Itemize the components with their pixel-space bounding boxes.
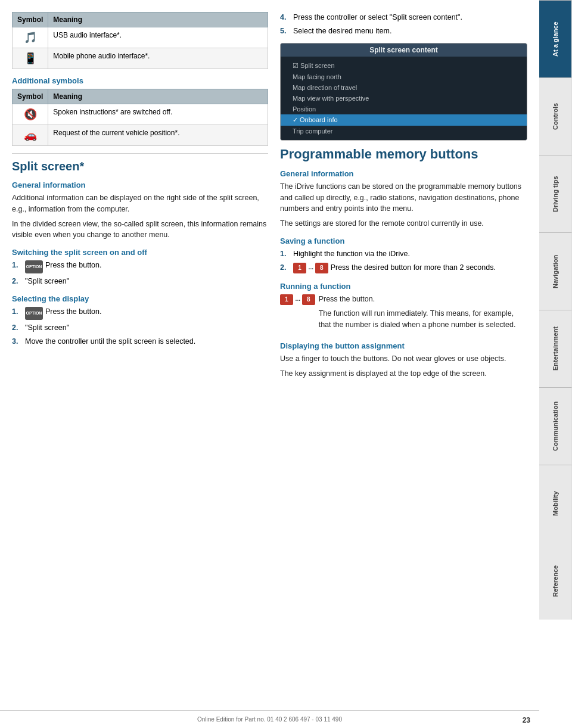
meaning-cell: Spoken instructions* are switched off.	[48, 104, 268, 125]
list-item: 4. Press the controller or select "Split…	[280, 12, 527, 23]
step-text: Press the desired button for more than 2…	[331, 262, 496, 273]
running-btn-1: 1	[280, 294, 293, 305]
memory-button-icons: 1 ··· 8	[293, 262, 328, 275]
list-item: 1. Highlight the function via the iDrive…	[280, 248, 527, 260]
sidebar-tab-driving-tips[interactable]: Driving tips	[539, 155, 572, 232]
running-heading: Running a function	[280, 282, 527, 291]
sidebar-tab-entertainment[interactable]: Entertainment	[539, 310, 572, 387]
general-info-heading-right: General information	[280, 169, 527, 178]
list-item: 3. Move the controller until the split s…	[12, 336, 268, 347]
step-text: Select the desired menu item.	[293, 26, 391, 37]
left-column: Symbol Meaning 🎵 USB audio interface*. 📱…	[12, 12, 268, 704]
table-row: 🔇 Spoken instructions* are switched off.	[13, 104, 268, 125]
page-number: 23	[523, 716, 530, 724]
list-item: 5. Select the desired menu item.	[280, 26, 527, 37]
sidebar-tab-reference[interactable]: Reference	[539, 542, 572, 620]
running-icons: 1 ··· 8	[280, 294, 315, 305]
general-info-text2-right: The settings are stored for the remote c…	[280, 218, 527, 229]
meaning-cell: USB audio interface*.	[48, 27, 268, 48]
mem-btn-dots: ···	[308, 262, 313, 275]
right-column: 4. Press the controller or select "Split…	[280, 12, 527, 704]
screenshot-menu: ☑ Split screen Map facing north Map dire…	[281, 57, 527, 140]
running-content: 1 ··· 8 Press the button. The function w…	[280, 294, 527, 334]
menu-item-split-screen: ☑ Split screen	[281, 60, 527, 71]
symbol-table-2: Symbol Meaning 🔇 Spoken instructions* ar…	[12, 89, 268, 146]
sidebar: At a glance Controls Driving tips Naviga…	[539, 0, 572, 728]
table-row: 📱 Mobile phone audio interface*.	[13, 48, 268, 69]
option-button-icon: OPTION	[25, 260, 43, 273]
step-text: "Split screen"	[25, 276, 69, 287]
selecting-heading: Selecting the display	[12, 294, 268, 303]
running-text2: The function will run immediately. This …	[319, 308, 527, 331]
list-item: 2. 1 ··· 8 Press the desired button for …	[280, 262, 527, 275]
table-row: 🎵 USB audio interface*.	[13, 27, 268, 48]
list-item: 2. "Split screen"	[12, 276, 268, 287]
step-text: Press the button.	[45, 260, 102, 271]
menu-item-map-direction: Map direction of travel	[281, 82, 527, 93]
displaying-heading: Displaying the button assignment	[280, 341, 527, 350]
running-btn-8: 8	[302, 294, 315, 305]
switching-heading: Switching the split screen on and off	[12, 248, 268, 257]
general-info-text1-right: The iDrive functions can be stored on th…	[280, 181, 527, 214]
sidebar-tab-at-a-glance[interactable]: At a glance	[539, 0, 572, 77]
sidebar-tab-communication[interactable]: Communication	[539, 387, 572, 465]
switching-steps: 1. OPTION Press the button. 2. "Split sc…	[12, 260, 268, 287]
divider	[12, 153, 268, 154]
mem-btn-8: 8	[315, 263, 328, 273]
symbol-table-1: Symbol Meaning 🎵 USB audio interface*. 📱…	[12, 12, 268, 69]
symbol-cell: 🔇	[13, 104, 48, 125]
sidebar-tab-mobility[interactable]: Mobility	[539, 465, 572, 542]
menu-item-map-north: Map facing north	[281, 71, 527, 82]
table-row: 🚗 Request of the current vehicle positio…	[13, 125, 268, 146]
footer-text: Online Edition for Part no. 01 40 2 606 …	[197, 716, 342, 723]
list-item: 1. OPTION Press the button.	[12, 306, 268, 320]
general-info-text1-left: Additional information can be displayed …	[12, 192, 268, 215]
selecting-steps: 1. OPTION Press the button. 2. "Split sc…	[12, 306, 268, 347]
symbol-cell: 📱	[13, 48, 48, 69]
meaning-cell: Request of the current vehicle position*…	[48, 125, 268, 146]
menu-item-onboard-info: ✓ Onboard info	[281, 114, 527, 126]
col-header-meaning: Meaning	[48, 89, 268, 104]
col-header-symbol: Symbol	[13, 89, 48, 104]
general-info-text2-left: In the divided screen view, the so-calle…	[12, 219, 268, 241]
step-text: Move the controller until the split scre…	[25, 336, 195, 347]
menu-item-map-perspective: Map view with perspective	[281, 93, 527, 104]
screenshot-container: Split screen content ☑ Split screen Map …	[280, 43, 527, 141]
symbol-cell: 🎵	[13, 27, 48, 48]
displaying-text2: The key assignment is displayed at the t…	[280, 368, 527, 379]
page-footer: Online Edition for Part no. 01 40 2 606 …	[0, 710, 539, 728]
step-text: Highlight the function via the iDrive.	[293, 248, 410, 260]
menu-item-position: Position	[281, 104, 527, 114]
step-text: "Split screen"	[25, 322, 69, 334]
mem-btn-1: 1	[293, 263, 306, 273]
menu-item-trip-computer: Trip computer	[281, 126, 527, 136]
step-text: Press the controller or select "Split sc…	[293, 12, 462, 23]
col-header-meaning: Meaning	[48, 13, 268, 27]
list-item: 2. "Split screen"	[12, 322, 268, 334]
programmable-memory-heading: Programmable memory buttons	[280, 147, 527, 162]
sidebar-tab-controls[interactable]: Controls	[539, 77, 572, 155]
running-text-block: Press the button. The function will run …	[319, 294, 527, 334]
additional-symbols-label: Additional symbols	[12, 76, 268, 85]
split-screen-heading: Split screen*	[12, 160, 268, 173]
running-text1: Press the button.	[319, 294, 527, 305]
split-screen-steps-right: 4. Press the controller or select "Split…	[280, 12, 527, 37]
col-header-symbol: Symbol	[13, 13, 48, 27]
sidebar-tab-navigation[interactable]: Navigation	[539, 232, 572, 310]
saving-steps: 1. Highlight the function via the iDrive…	[280, 248, 527, 275]
symbol-cell: 🚗	[13, 125, 48, 146]
general-info-heading-left: General information	[12, 181, 268, 189]
meaning-cell: Mobile phone audio interface*.	[48, 48, 268, 69]
screenshot-title: Split screen content	[281, 43, 527, 57]
saving-heading: Saving a function	[280, 237, 527, 245]
displaying-text1: Use a finger to touch the buttons. Do no…	[280, 353, 527, 365]
step-text: Press the button.	[45, 306, 102, 318]
list-item: 1. OPTION Press the button.	[12, 260, 268, 273]
option-button-icon-2: OPTION	[25, 307, 43, 320]
running-btn-dots: ···	[295, 295, 300, 304]
